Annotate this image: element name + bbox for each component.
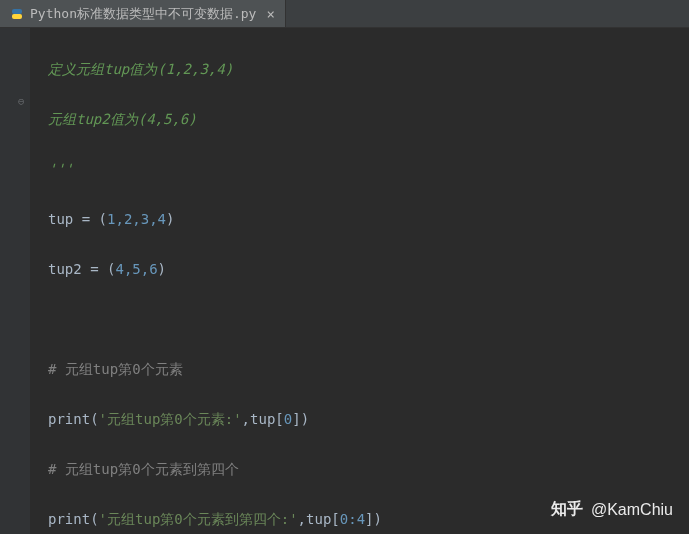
print-call: print <box>48 407 90 432</box>
code-content[interactable]: 定义元组tup值为(1,2,3,4) 元组tup2值为(4,5,6) ''' t… <box>30 28 407 534</box>
watermark: 知乎 @KamChiu <box>551 499 673 520</box>
svg-rect-0 <box>12 9 22 14</box>
tab-filename: Python标准数据类型中不可变数据.py <box>30 5 256 23</box>
watermark-user: @KamChiu <box>591 501 673 519</box>
docstring-line: 元组tup2值为(4,5,6) <box>48 107 197 132</box>
python-file-icon <box>10 7 24 21</box>
variable: tup2 <box>48 257 82 282</box>
editor-area: ⊖ 定义元组tup值为(1,2,3,4) 元组tup2值为(4,5,6) '''… <box>0 28 689 534</box>
fold-icon[interactable]: ⊖ <box>18 95 25 108</box>
close-icon[interactable]: × <box>266 6 274 22</box>
editor-tab[interactable]: Python标准数据类型中不可变数据.py × <box>0 0 286 27</box>
tab-bar: Python标准数据类型中不可变数据.py × <box>0 0 689 28</box>
variable: tup <box>48 207 73 232</box>
gutter <box>0 28 30 534</box>
svg-rect-1 <box>12 14 22 19</box>
docstring-line: 定义元组tup值为(1,2,3,4) <box>48 57 233 82</box>
zhihu-icon: 知乎 <box>551 499 583 520</box>
docstring-end: ''' <box>48 157 73 182</box>
comment: # 元组tup第0个元素到第四个 <box>48 457 239 482</box>
comment: # 元组tup第0个元素 <box>48 357 183 382</box>
